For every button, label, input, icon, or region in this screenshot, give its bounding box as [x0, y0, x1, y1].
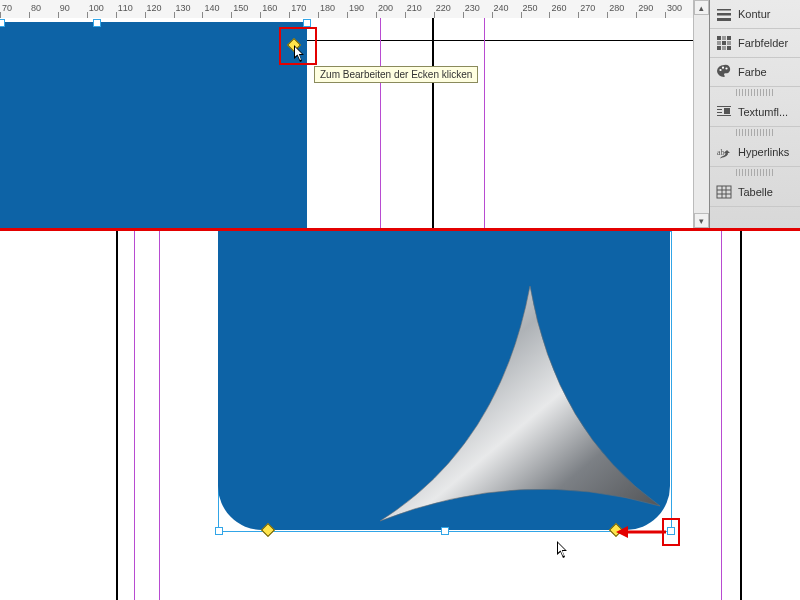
drag-direction-arrow-icon — [616, 525, 668, 539]
ruler-tick: 140 — [204, 3, 219, 13]
ruler-tick: 70 — [2, 3, 12, 13]
panel-label: Kontur — [738, 8, 770, 20]
panel-grip[interactable] — [736, 129, 774, 136]
svg-rect-9 — [717, 46, 721, 50]
swatches-icon — [716, 35, 732, 51]
panel-tab-hyperlinks[interactable]: abc Hyperlinks — [710, 138, 800, 167]
hyperlinks-icon: abc — [716, 144, 732, 160]
color-icon — [716, 64, 732, 80]
svg-rect-5 — [727, 36, 731, 40]
svg-rect-15 — [717, 106, 731, 107]
svg-rect-10 — [722, 46, 726, 50]
ruler-tick: 110 — [118, 3, 133, 13]
panel-tab-tabelle[interactable]: Tabelle — [710, 178, 800, 207]
upper-screenshot: 7080901001101201301401501601701801902002… — [0, 0, 800, 228]
panel-label: Hyperlinks — [738, 146, 789, 158]
panel-label: Textumfl... — [738, 106, 788, 118]
margin-guide — [159, 231, 160, 600]
svg-rect-0 — [717, 9, 731, 11]
ruler-tick: 230 — [465, 3, 480, 13]
ruler-tick: 190 — [349, 3, 364, 13]
selection-handle[interactable] — [93, 19, 101, 27]
ruler-tick: 170 — [291, 3, 306, 13]
svg-point-12 — [719, 69, 721, 71]
ruler-tick: 100 — [89, 3, 104, 13]
svg-rect-8 — [727, 41, 731, 45]
ruler-tick: 210 — [407, 3, 422, 13]
cursor-arrow-icon — [557, 541, 569, 559]
ruler-tick: 270 — [580, 3, 595, 13]
svg-rect-19 — [724, 108, 730, 114]
scroll-up-arrow-icon[interactable]: ▴ — [694, 0, 709, 15]
svg-marker-27 — [616, 526, 628, 538]
ruler-tick: 150 — [233, 3, 248, 13]
panel-tab-farbfelder[interactable]: Farbfelder — [710, 29, 800, 58]
svg-rect-2 — [717, 18, 731, 21]
selection-handle[interactable] — [0, 19, 5, 27]
panel-label: Farbe — [738, 66, 767, 78]
panel-label: Farbfelder — [738, 37, 788, 49]
tooltip: Zum Bearbeiten der Ecken klicken — [314, 66, 478, 83]
ruler-tick: 90 — [60, 3, 70, 13]
ruler-tick: 290 — [638, 3, 653, 13]
margin-guide — [134, 231, 135, 600]
selection-handle[interactable] — [441, 527, 449, 535]
svg-rect-6 — [717, 41, 721, 45]
text-wrap-icon — [716, 104, 732, 120]
selection-handle[interactable] — [215, 527, 223, 535]
ruler-tick: 240 — [494, 3, 509, 13]
blue-rectangle-object[interactable] — [0, 22, 307, 228]
ruler-tick: 280 — [609, 3, 624, 13]
svg-rect-1 — [717, 13, 731, 16]
page-curl-graphic — [360, 271, 680, 551]
panel-label: Tabelle — [738, 186, 773, 198]
svg-point-14 — [725, 67, 727, 69]
ruler-tick: 130 — [176, 3, 191, 13]
ruler-tick: 200 — [378, 3, 393, 13]
ruler-tick: 300 — [667, 3, 682, 13]
margin-guide — [721, 231, 722, 600]
panel-tab-textumfluss[interactable]: Textumfl... — [710, 98, 800, 127]
margin-guide — [484, 18, 485, 228]
scroll-down-arrow-icon[interactable]: ▾ — [694, 213, 709, 228]
panel-tab-farbe[interactable]: Farbe — [710, 58, 800, 87]
svg-rect-4 — [722, 36, 726, 40]
vertical-scrollbar[interactable]: ▴ ▾ — [693, 0, 709, 228]
table-icon — [716, 184, 732, 200]
svg-rect-17 — [717, 112, 722, 113]
panel-grip[interactable] — [736, 89, 774, 96]
stroke-icon — [716, 6, 732, 22]
svg-rect-21 — [717, 186, 731, 198]
cursor-arrow-icon — [294, 45, 306, 63]
horizontal-ruler: 7080901001101201301401501601701801902002… — [0, 0, 694, 19]
panels-column: Kontur Farbfelder Farbe Textumfl... abc — [709, 0, 800, 228]
ruler-tick: 220 — [436, 3, 451, 13]
panel-tab-kontur[interactable]: Kontur — [710, 0, 800, 29]
page-edge — [116, 231, 118, 600]
lower-screenshot — [0, 231, 800, 600]
ruler-tick: 250 — [523, 3, 538, 13]
page-edge-right — [432, 18, 434, 228]
svg-point-13 — [722, 67, 724, 69]
panel-grip[interactable] — [736, 169, 774, 176]
svg-rect-18 — [717, 115, 731, 116]
svg-rect-7 — [722, 41, 726, 45]
svg-rect-11 — [727, 46, 731, 50]
ruler-tick: 80 — [31, 3, 41, 13]
ruler-tick: 120 — [147, 3, 162, 13]
ruler-tick: 180 — [320, 3, 335, 13]
upper-canvas[interactable]: Zum Bearbeiten der Ecken klicken — [0, 18, 694, 228]
margin-guide — [380, 18, 381, 228]
selection-handle[interactable] — [303, 19, 311, 27]
svg-rect-3 — [717, 36, 721, 40]
ruler-tick: 260 — [551, 3, 566, 13]
page-edge — [740, 231, 742, 600]
svg-rect-16 — [717, 109, 722, 110]
ruler-tick: 160 — [262, 3, 277, 13]
